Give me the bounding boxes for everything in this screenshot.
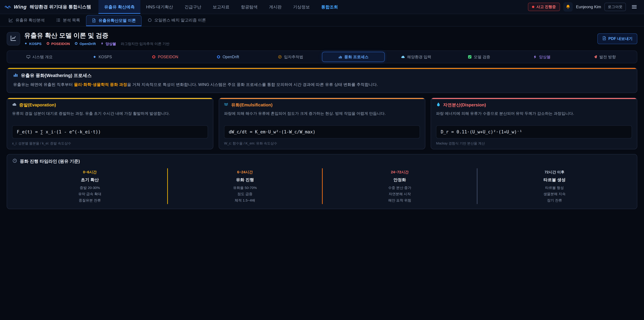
model-badge-label: POSEIDON (51, 42, 70, 46)
bolt-icon (533, 55, 537, 59)
section-tab-5[interactable]: 풍화 프로세스 (322, 52, 385, 62)
section-tab-label: 앙상블 (539, 54, 550, 60)
section-tab-6[interactable]: 해양환경 입력 (385, 52, 448, 62)
section-tab-2[interactable]: POSEIDON (134, 52, 196, 62)
sub-tab-label: 유출유 확산분석 (16, 18, 45, 23)
notification-bell-button[interactable] (563, 2, 573, 12)
hamburger-menu-button[interactable] (629, 2, 639, 12)
process-card-0: 증발(Evaporation) 유류의 경질 성분이 대기로 증발하는 과정. … (7, 98, 213, 149)
section-tab-9[interactable]: 발전 방향 (573, 52, 636, 62)
nav-item-0[interactable]: 유출유 확산예측 (98, 0, 140, 14)
page-header: 유출유 확산 모델 이론 및 검증 KOSPS POSEIDON OpenDri… (0, 27, 644, 50)
hamburger-menu-icon (632, 5, 636, 9)
section-tab-3[interactable]: OpenDrift (196, 52, 259, 62)
timeline-stages: 0~6시간 초기 확산 증발 20-30%유막 급속 확대중질유분 잔류 6~2… (12, 168, 632, 204)
model-badge-2: OpenDrift (74, 42, 96, 46)
document-icon (92, 18, 96, 23)
weathering-desc-after: 을 거쳐 지속적으로 특성이 변화합니다. WING 시스템은 주요 풍화 프로… (127, 82, 378, 87)
cloud-icon (401, 55, 405, 59)
section-tab-label: 풍화 프로세스 (344, 54, 368, 60)
nav-item-4[interactable]: 항공탐색 (235, 0, 263, 14)
timeline-stage-name: 타르볼 생성 (481, 177, 628, 183)
bolt-icon (100, 42, 104, 46)
waves-icon (224, 102, 229, 108)
page-title: 유출유 확산 모델 이론 및 검증 (24, 31, 170, 40)
nav-item-5[interactable]: 게시판 (263, 0, 287, 14)
weathering-panel: 유출유 풍화(Weathering) 프로세스 유출유는 해면에 유출된 직후부… (7, 68, 637, 93)
section-tabs: 시스템 개요 KOSPS POSEIDON OpenDrift 입자추적법 풍화… (7, 51, 637, 63)
monitor-icon (26, 55, 30, 59)
circle-icon (148, 18, 152, 22)
process-card-description: 유류의 경질 성분이 대기로 증발하는 과정. 유출 초기 수시간 내에 가장 … (12, 111, 208, 123)
section-tab-label: 시스템 개요 (32, 54, 53, 60)
timeline-panel: 풍화 진행 타임라인 (원유 기준) 0~6시간 초기 확산 증발 20-30%… (7, 154, 637, 209)
nav-item-2[interactable]: 긴급구난 (179, 0, 207, 14)
diamond-icon (92, 55, 96, 59)
main-content: 유출유 확산 모델 이론 및 검증 KOSPS POSEIDON OpenDri… (0, 27, 644, 209)
model-badge-3: 앙상블 (100, 42, 116, 46)
nav-item-6[interactable]: 기상정보 (287, 0, 316, 14)
section-tab-0[interactable]: 시스템 개요 (8, 52, 71, 62)
section-tab-7[interactable]: 모델 검증 (448, 52, 510, 62)
bar-chart-icon (13, 72, 18, 79)
timeline-stage-period: 24~72시간 (326, 170, 474, 175)
timeline-title: 풍화 진행 타임라인 (원유 기준) (12, 158, 632, 164)
section-tab-label: 입자추적법 (284, 54, 303, 60)
pdf-document-icon (602, 36, 606, 42)
list-icon (56, 18, 60, 22)
brand[interactable]: Wing 해양환경 위기대응 통합시스템 (5, 4, 91, 10)
section-tab-label: OpenDrift (222, 55, 239, 59)
model-badge-row: KOSPS POSEIDON OpenDrift 앙상블 라그랑지안 입자추적 … (24, 42, 170, 46)
sub-tab-label: 유출유확산모델 이론 (98, 18, 136, 23)
check-icon (468, 55, 472, 59)
sub-tab-label: 분석 목록 (63, 18, 80, 23)
topbar-right: 사고 진행중 Eunjeong Kim 로그아웃 (528, 2, 639, 12)
ring-icon (74, 42, 78, 46)
section-tab-label: KOSPS (98, 55, 112, 59)
wave-logo-icon (5, 4, 12, 10)
process-card-description: 파랑에 의해 해수가 유류에 혼입되어 점도가 크게 증가하는 현상. 방제 작… (224, 111, 420, 123)
weathering-description: 유출유는 해면에 유출된 직후부터 물리·화학·생물학적 풍화 과정을 거쳐 지… (13, 82, 631, 88)
timeline-stage-name: 안정화 (326, 177, 474, 183)
sub-tab-1[interactable]: 분석 목록 (51, 14, 86, 26)
ring-icon (216, 55, 220, 59)
model-badge-label: OpenDrift (80, 42, 96, 46)
main-nav: 유출유 확산예측HNS·대기확산긴급구난보고자료항공탐색게시판기상정보통합조회 (98, 0, 344, 14)
sub-tab-0[interactable]: 유출유 확산분석 (3, 14, 50, 26)
timeline-stage-1: 6~24시간 유화 진행 유화율 50-70%점도 급증체적 1.5~4배 (167, 168, 322, 204)
app-root: Wing 해양환경 위기대응 통합시스템 유출유 확산예측HNS·대기확산긴급구… (0, 0, 644, 320)
page-header-text: 유출유 확산 모델 이론 및 검증 KOSPS POSEIDON OpenDri… (24, 31, 170, 46)
process-card-formula: F_e(t) = ∑ x_i·(1 - e^(-k_ei·t)) (12, 125, 208, 138)
incident-badge-label: 사고 진행중 (536, 4, 556, 10)
clock-icon (12, 158, 17, 164)
timeline-stage-3: 72시간 이후 타르볼 생성 타르볼 형성생물분해 지속장기 잔류 (477, 168, 632, 204)
user-name: Eunjeong Kim (576, 5, 601, 9)
app-title: 해양환경 위기대응 통합시스템 (30, 4, 91, 10)
model-badge-1: POSEIDON (46, 42, 70, 46)
process-card-title-text: 자연분산(Dispersion) (443, 102, 486, 108)
rocket-icon (593, 55, 598, 59)
section-tab-label: POSEIDON (158, 55, 178, 59)
section-tab-8[interactable]: 앙상블 (510, 52, 573, 62)
section-tab-4[interactable]: 입자추적법 (259, 52, 322, 62)
topbar: Wing 해양환경 위기대응 통합시스템 유출유 확산예측HNS·대기확산긴급구… (0, 0, 644, 14)
pdf-export-button[interactable]: PDF 내보내기 (598, 33, 637, 44)
process-card-caption: W_c: 함수율 / K_em: 유화 속도상수 (224, 141, 420, 146)
incident-status-badge[interactable]: 사고 진행중 (528, 3, 560, 11)
process-card-1: 유화(Emulsification) 파랑에 의해 해수가 유류에 혼입되어 점… (219, 98, 425, 149)
section-tab-label: 해양환경 입력 (407, 54, 431, 60)
sub-tab-3[interactable]: 오일펜스 배치 알고리즘 이론 (142, 14, 211, 26)
nav-item-3[interactable]: 보고자료 (207, 0, 235, 14)
nav-item-7[interactable]: 통합조회 (316, 0, 344, 14)
section-tab-label: 모델 검증 (474, 54, 490, 60)
process-card-title: 자연분산(Dispersion) (436, 102, 632, 108)
section-tab-1[interactable]: KOSPS (71, 52, 134, 62)
chart-icon (10, 35, 16, 43)
alert-dot-icon (532, 6, 534, 8)
ring-icon (152, 55, 156, 59)
nav-item-1[interactable]: HNS·대기확산 (140, 0, 179, 14)
sub-tab-2[interactable]: 유출유확산모델 이론 (86, 15, 142, 26)
logout-button[interactable]: 로그아웃 (604, 3, 626, 11)
compass-icon (278, 55, 282, 59)
timeline-stage-period: 72시간 이후 (481, 170, 628, 175)
